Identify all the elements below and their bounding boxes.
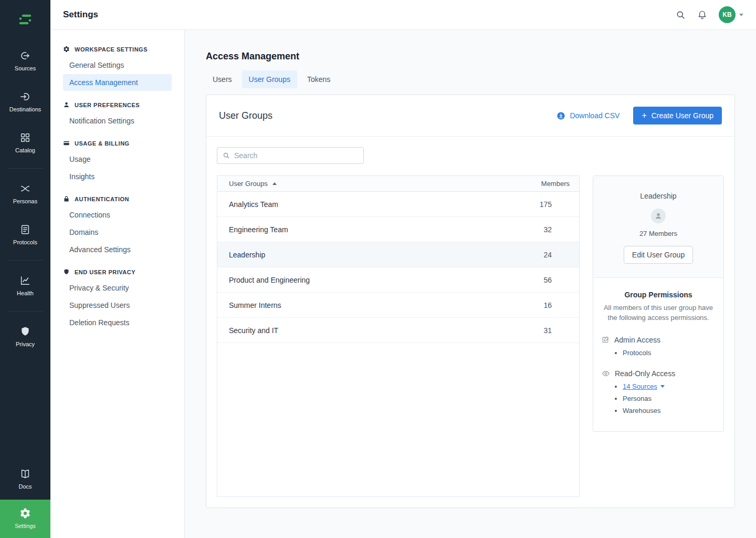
table-row[interactable]: Product and Engineering 56: [217, 267, 579, 293]
sidebar-item-label: Health: [17, 290, 34, 296]
nav-section-title: USER PREFERENCES: [63, 101, 172, 108]
edit-user-group-button[interactable]: Edit User Group: [624, 246, 693, 264]
group-name: Product and Engineering: [229, 276, 310, 284]
read-only-access-label: Read-Only Access: [615, 369, 675, 378]
sidebar-item-catalog[interactable]: Catalog: [0, 122, 50, 163]
main-content: Access Management Users User Groups Toke…: [185, 30, 756, 538]
read-only-access-item: Warehouses: [623, 407, 715, 415]
user-groups-table: User Groups Members Analytics Team 175 E…: [217, 175, 580, 497]
nav-item-general-settings[interactable]: General Settings: [63, 57, 172, 74]
group-members: 16: [543, 301, 552, 309]
sources-icon: [19, 50, 31, 61]
table-row[interactable]: Analytics Team 175: [217, 192, 579, 217]
caret-down-icon: [739, 14, 743, 16]
nav-item-connections[interactable]: Connections: [63, 206, 172, 223]
group-members: 175: [540, 200, 552, 209]
sidebar-item-settings[interactable]: Settings: [0, 500, 50, 538]
sidebar-item-docs[interactable]: Docs: [0, 459, 50, 500]
tab-user-groups[interactable]: User Groups: [242, 70, 297, 88]
nav-section-label: AUTHENTICATION: [75, 196, 129, 202]
sidebar-item-destinations[interactable]: Destinations: [0, 81, 50, 122]
detail-bottom: Group Permissions All members of this us…: [593, 278, 723, 431]
tab-users[interactable]: Users: [206, 70, 239, 88]
nav-item-privacy-security[interactable]: Privacy & Security: [63, 280, 172, 296]
search-icon[interactable]: [676, 10, 686, 20]
column-members[interactable]: Members: [541, 180, 570, 188]
sidebar-item-label: Settings: [15, 523, 36, 529]
search-input[interactable]: [234, 151, 358, 160]
create-user-group-button[interactable]: + Create User Group: [633, 107, 722, 125]
table-row-selected[interactable]: Leadership 24: [217, 242, 579, 267]
workspace-gear-icon: [63, 46, 70, 53]
nav-section-label: USER PREFERENCES: [75, 102, 140, 108]
sources-expand-link[interactable]: 14 Sources: [623, 382, 665, 390]
table-header: User Groups Members: [217, 176, 579, 192]
nav-section-user-preferences: USER PREFERENCES Notification Settings: [63, 101, 172, 129]
sidebar-item-label: Sources: [15, 65, 36, 71]
top-header: Settings KB: [50, 0, 756, 30]
download-csv-link[interactable]: Download CSV: [556, 111, 620, 120]
table-row[interactable]: Engineering Team 32: [217, 217, 579, 242]
sidebar-item-protocols[interactable]: Protocols: [0, 214, 50, 255]
admin-access-header: Admin Access: [602, 336, 715, 344]
read-only-access-group: Read-Only Access 14 Sources: [602, 369, 715, 415]
detail-members-count: 27 Members: [602, 230, 715, 237]
admin-access-group: Admin Access Protocols: [602, 336, 715, 357]
sidebar-item-label: Destinations: [9, 106, 41, 112]
segment-logo[interactable]: [0, 0, 50, 40]
detail-top: Leadership 27 Members Edit User Group: [593, 176, 723, 278]
bell-icon[interactable]: [697, 10, 707, 20]
settings-gear-icon: [19, 508, 31, 519]
member-avatar-icon: [651, 209, 666, 223]
nav-section-title: WORKSPACE SETTINGS: [63, 46, 172, 53]
permissions-description: All members of this user group have the …: [602, 303, 715, 323]
nav-section-authentication: AUTHENTICATION Connections Domains Advan…: [63, 195, 172, 258]
tab-tokens[interactable]: Tokens: [300, 70, 337, 88]
right-column: Settings KB: [50, 0, 756, 538]
sidebar-item-privacy[interactable]: Privacy: [0, 316, 50, 357]
read-only-access-list: 14 Sources Personas Warehouses: [623, 382, 715, 415]
tabs: Users User Groups Tokens: [206, 70, 735, 88]
nav-section-title: AUTHENTICATION: [63, 195, 172, 202]
nav-item-domains[interactable]: Domains: [63, 224, 172, 241]
sidebar-item-sources[interactable]: Sources: [0, 40, 50, 81]
card-title: User Groups: [219, 110, 272, 121]
column-user-groups[interactable]: User Groups: [229, 180, 268, 188]
user-icon: [63, 101, 70, 108]
sidebar-item-personas[interactable]: Personas: [0, 173, 50, 214]
nav-item-deletion-requests[interactable]: Deletion Requests: [63, 314, 172, 331]
nav-section-label: END USER PRIVACY: [75, 269, 135, 275]
sidebar-item-label: Personas: [13, 198, 37, 204]
sources-caret-icon: [660, 385, 665, 388]
permissions-title: Group Permissions: [602, 291, 715, 299]
card-actions: Download CSV + Create User Group: [556, 107, 722, 125]
nav-item-access-management[interactable]: Access Management: [63, 74, 172, 91]
nav-item-usage[interactable]: Usage: [63, 151, 172, 168]
avatar[interactable]: KB: [719, 6, 736, 23]
content-row: WORKSPACE SETTINGS General Settings Acce…: [50, 30, 756, 538]
detail-group-name: Leadership: [602, 192, 715, 200]
nav-item-advanced-settings[interactable]: Advanced Settings: [63, 241, 172, 258]
protocols-icon: [19, 224, 31, 235]
nav-item-suppressed-users[interactable]: Suppressed Users: [63, 297, 172, 314]
billing-card-icon: [63, 140, 70, 147]
group-name: Summer Interns: [229, 301, 281, 309]
shield-icon: [63, 268, 70, 275]
sidebar-item-label: Protocols: [13, 239, 37, 245]
table-row[interactable]: Security and IT 31: [217, 318, 579, 343]
read-only-access-item: Personas: [623, 395, 715, 402]
table-row[interactable]: Summer Interns 16: [217, 293, 579, 318]
health-icon: [19, 275, 31, 286]
nav-item-insights[interactable]: Insights: [63, 168, 172, 185]
create-user-group-label: Create User Group: [652, 111, 713, 120]
admin-access-label: Admin Access: [614, 336, 660, 344]
nav-item-notification-settings[interactable]: Notification Settings: [63, 112, 172, 129]
sources-link-label[interactable]: 14 Sources: [623, 382, 657, 390]
card-body: User Groups Members Analytics Team 175 E…: [206, 137, 734, 508]
sidebar-item-health[interactable]: Health: [0, 265, 50, 306]
group-name: Analytics Team: [229, 200, 278, 209]
account-menu[interactable]: KB: [719, 6, 743, 23]
read-only-access-item: 14 Sources: [623, 382, 715, 390]
group-members: 24: [543, 251, 552, 259]
header-actions: KB: [676, 6, 743, 23]
